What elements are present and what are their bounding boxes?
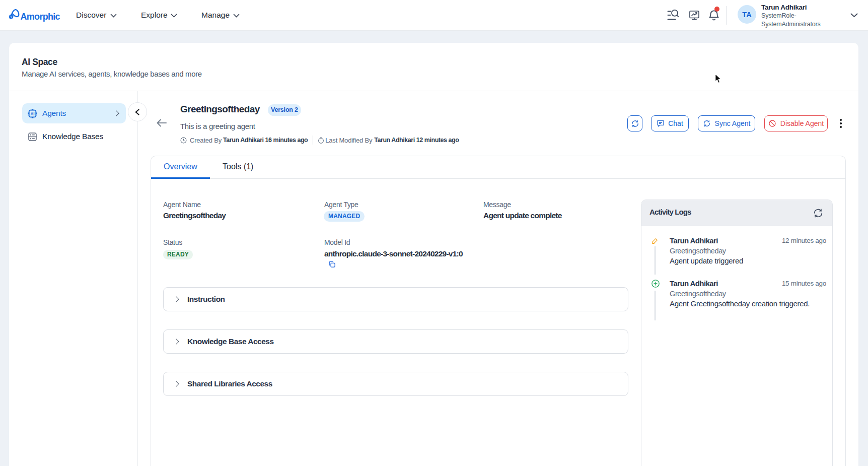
svg-text:Amorphic: Amorphic <box>21 12 60 22</box>
svg-text:AI: AI <box>30 111 34 116</box>
